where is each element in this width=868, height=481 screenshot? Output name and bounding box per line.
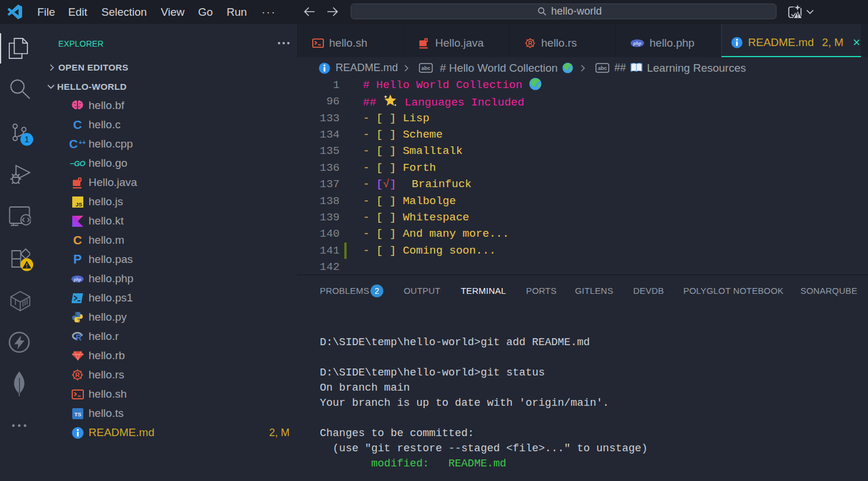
svg-text:R: R — [76, 333, 82, 342]
svg-text:php: php — [73, 276, 82, 282]
svg-text:abc: abc — [421, 65, 431, 71]
svg-text:R: R — [75, 371, 80, 378]
svg-text:TS: TS — [74, 411, 81, 417]
svg-text:JS: JS — [75, 201, 82, 207]
svg-text:abc: abc — [598, 65, 608, 71]
svg-text:php: php — [633, 40, 641, 46]
svg-text:R: R — [528, 40, 532, 46]
